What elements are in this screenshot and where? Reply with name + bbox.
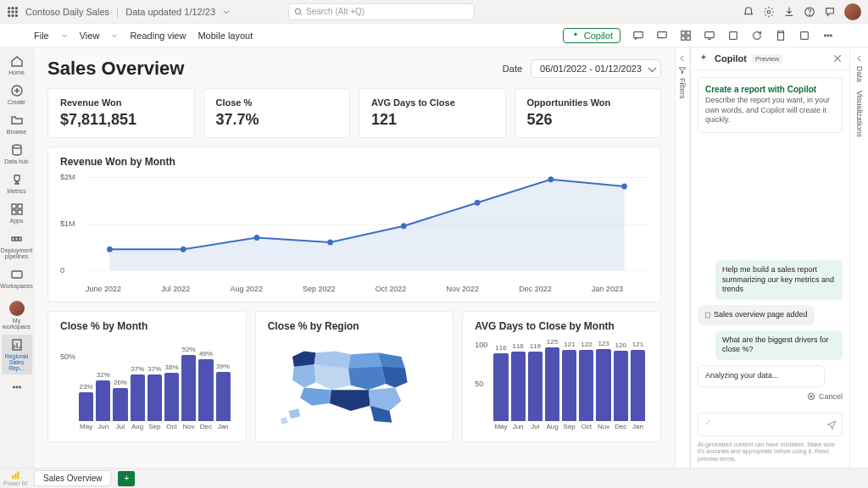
cancel-button[interactable]: Cancel <box>807 392 843 401</box>
revenue-line-chart[interactable]: Revenue Won by Month 0$1M$2M June 2022Ju… <box>47 147 661 302</box>
page-tab-sales-overview[interactable]: Sales Overview <box>34 470 111 486</box>
kpi-card[interactable]: Opportunities Won526 <box>515 88 662 138</box>
nav-my-workspace[interactable]: My workspace <box>2 294 32 333</box>
svg-point-8 <box>15 14 17 16</box>
svg-point-0 <box>8 7 10 8</box>
nav-regional[interactable]: Regional Sales Rep... <box>2 335 32 374</box>
more-icon[interactable] <box>822 30 834 42</box>
kpi-card[interactable]: Close %37.7% <box>203 88 351 138</box>
svg-point-47 <box>621 184 627 190</box>
settings-icon[interactable] <box>763 6 775 18</box>
svg-point-9 <box>295 8 300 14</box>
plus-circle-icon <box>10 84 24 97</box>
chevron-down-icon <box>61 32 68 39</box>
search-input[interactable]: Search (Alt +Q) <box>288 3 475 20</box>
bar: 125Aug <box>545 338 559 430</box>
copilot-icon <box>570 30 581 41</box>
us-map <box>268 337 442 430</box>
svg-rect-18 <box>687 36 690 39</box>
nav-browse[interactable]: Browse <box>2 110 32 138</box>
svg-point-25 <box>831 35 832 36</box>
svg-point-6 <box>8 14 10 16</box>
report-canvas: Sales Overview Date 06/01/2022 - 01/12/2… <box>34 47 675 468</box>
nav-pipelines[interactable]: Deployment pipelines <box>2 229 32 263</box>
download-icon[interactable] <box>783 6 795 18</box>
powerbi-icon <box>10 470 20 480</box>
comment-icon[interactable] <box>632 30 644 42</box>
svg-rect-16 <box>687 30 690 34</box>
svg-rect-19 <box>705 31 715 37</box>
close-month-chart[interactable]: Close % by Month 50% 23%May32%Jun26%Jul3… <box>47 311 247 442</box>
home-icon <box>10 54 24 68</box>
svg-rect-48 <box>706 313 710 318</box>
nav-apps[interactable]: Apps <box>2 199 32 227</box>
bookmark-icon[interactable] <box>656 30 668 42</box>
avg-days-chart[interactable]: AVG Days to Close by Month 100 50 116May… <box>462 311 661 442</box>
copilot-suggestion-card[interactable]: Create a report with Copilot Describe th… <box>698 77 843 133</box>
view-menu[interactable]: View <box>80 30 100 41</box>
visualizations-pane-collapsed[interactable]: Data Visualizations <box>849 47 868 468</box>
bar: 121Sep <box>562 341 576 430</box>
svg-rect-13 <box>634 31 643 37</box>
copilot-button[interactable]: Copilot <box>563 28 620 43</box>
chat-msg-user: Help me build a sales report summarizing… <box>715 260 843 300</box>
pin-icon[interactable] <box>727 30 739 42</box>
page-title: Sales Overview <box>47 58 184 80</box>
feedback-icon[interactable] <box>824 6 836 18</box>
reading-view[interactable]: Reading view <box>130 30 186 41</box>
chevron-down-icon[interactable] <box>222 8 231 16</box>
present-icon[interactable] <box>704 30 715 42</box>
copilot-icon <box>698 53 709 64</box>
mobile-layout[interactable]: Mobile layout <box>198 30 253 41</box>
filters-pane-collapsed[interactable]: Filters <box>675 47 690 468</box>
send-icon[interactable] <box>826 419 837 430</box>
kpi-card[interactable]: AVG Days to Close121 <box>359 88 506 138</box>
report-icon <box>10 338 24 352</box>
nav-data-hub[interactable]: Data hub <box>2 140 32 168</box>
more-icon[interactable] <box>11 381 23 393</box>
bar: 118Jun <box>511 342 526 430</box>
copilot-pane: Copilot Preview Create a report with Cop… <box>690 47 849 468</box>
svg-point-44 <box>401 223 407 229</box>
date-range-picker[interactable]: 06/01/2022 - 01/12/2023 <box>531 59 661 78</box>
svg-point-41 <box>181 247 186 252</box>
svg-rect-15 <box>682 30 685 34</box>
app-launcher-icon[interactable] <box>7 6 19 18</box>
file-menu[interactable]: File <box>34 30 49 41</box>
nav-create[interactable]: Create <box>2 80 32 108</box>
nav-metrics[interactable]: Metrics <box>2 169 32 197</box>
svg-point-27 <box>13 145 21 148</box>
kpi-card[interactable]: Revenue Won$7,811,851 <box>47 88 195 138</box>
add-page-button[interactable]: + <box>118 471 135 486</box>
bar: 121Jan <box>631 341 645 430</box>
bar: 38%Oct <box>164 363 179 430</box>
close-region-map[interactable]: Close % by Region <box>255 311 454 442</box>
bar: 39%Jan <box>216 363 231 431</box>
workspace-avatar <box>9 301 25 316</box>
share-icon[interactable] <box>798 30 810 42</box>
refresh-icon[interactable] <box>751 30 763 42</box>
title-bar: Contoso Daily Sales | Data updated 1/12/… <box>0 0 868 24</box>
preview-badge: Preview <box>752 54 782 64</box>
user-avatar[interactable] <box>844 3 861 20</box>
svg-rect-34 <box>19 237 21 241</box>
nav-workspaces[interactable]: Workspaces <box>2 264 32 292</box>
svg-point-5 <box>15 10 17 12</box>
view-icon[interactable] <box>680 30 692 42</box>
svg-point-45 <box>475 200 481 206</box>
chat-status: Analyzing your data... <box>698 365 825 387</box>
sparkle-icon[interactable] <box>704 419 714 430</box>
svg-point-40 <box>107 247 113 252</box>
notifications-icon[interactable] <box>743 6 754 18</box>
svg-point-24 <box>827 35 829 36</box>
nav-home[interactable]: Home <box>2 51 32 79</box>
bar: 23%May <box>79 383 93 431</box>
close-icon[interactable] <box>832 53 843 64</box>
help-icon[interactable] <box>804 6 815 18</box>
svg-rect-28 <box>12 204 16 208</box>
search-icon <box>294 8 303 16</box>
bar: 32%Jun <box>96 371 110 430</box>
copy-icon[interactable] <box>775 30 787 42</box>
bar: 37%Sep <box>147 365 162 431</box>
copilot-input[interactable] <box>698 413 843 436</box>
